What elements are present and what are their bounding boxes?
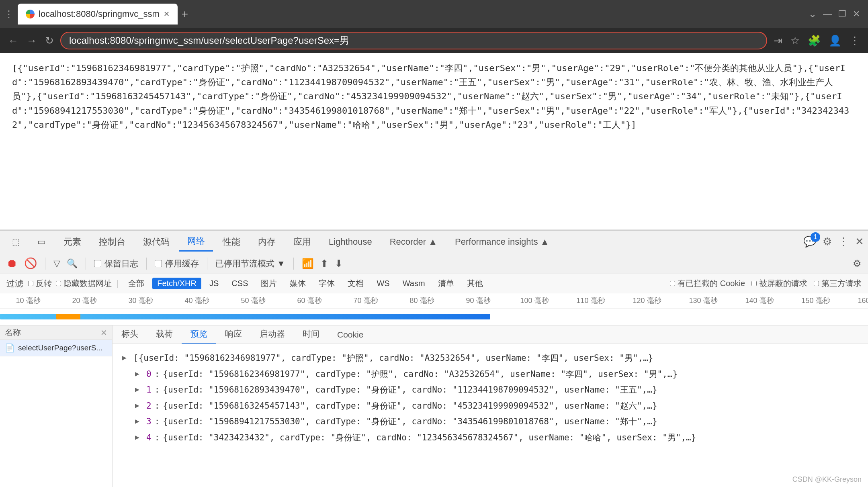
minimize-button[interactable]: — [823, 9, 832, 19]
devtools-settings-icon[interactable]: ⚙ [823, 235, 832, 248]
arrow-1[interactable]: ▶ [135, 384, 143, 395]
blocked-requests-input[interactable] [751, 281, 757, 286]
url-input[interactable] [69, 35, 758, 46]
filter-img[interactable]: 图片 [256, 277, 282, 290]
filter-js[interactable]: JS [205, 278, 223, 289]
reload-button[interactable]: ↻ [45, 35, 54, 47]
arrow-0[interactable]: ▶ [135, 368, 143, 379]
arrow-2[interactable]: ▶ [135, 400, 143, 411]
bookmark-icon[interactable]: ☆ [790, 35, 800, 47]
blocked-requests-checkbox[interactable]: 被屏蔽的请求 [751, 278, 807, 289]
tab-performance[interactable]: 性能 [215, 233, 248, 251]
address-bar[interactable] [60, 32, 767, 49]
invert-input[interactable] [28, 281, 33, 286]
hide-data-urls-checkbox[interactable]: 隐藏数据网址 [56, 278, 112, 289]
extensions-icon[interactable]: 🧩 [808, 35, 821, 47]
preview-root[interactable]: ▶ [{userId: "15968162346981977", cardTyp… [122, 350, 858, 366]
preserve-log-checkbox[interactable]: 保留日志 [94, 258, 138, 269]
third-party-checkbox[interactable]: 第三方请求 [814, 278, 862, 289]
throttle-selector[interactable]: 已停用节流模式 ▼ [215, 258, 285, 269]
time-150ms: 150 毫秒 [788, 296, 844, 306]
filter-divider: | [117, 279, 119, 288]
detail-tab-cookie[interactable]: Cookie [328, 327, 372, 344]
upload-icon[interactable]: ⬆ [320, 258, 328, 269]
disable-cache-checkbox[interactable]: 停用缓存 [155, 258, 199, 269]
arrow-3[interactable]: ▶ [135, 415, 143, 426]
filter-ws[interactable]: WS [372, 278, 394, 289]
index-0: 0 [146, 368, 151, 381]
filter-manifest[interactable]: 清单 [433, 277, 459, 290]
hide-data-urls-input[interactable] [56, 281, 61, 286]
time-20ms: 20 毫秒 [56, 296, 113, 306]
preview-item-4[interactable]: ▶ 4 : {userId: "3423423432", cardType: "… [122, 430, 858, 446]
devtools-right-icons: 💬 1 ⚙ ⋮ ✕ [803, 235, 864, 248]
download-icon[interactable]: ⬇ [335, 258, 343, 269]
detail-tab-timing[interactable]: 时间 [294, 325, 328, 344]
detail-tab-bar: 标头 载荷 预览 响应 启动器 时间 Cookie [113, 325, 868, 344]
preserve-log-input[interactable] [94, 260, 101, 267]
detail-tab-initiator[interactable]: 启动器 [251, 325, 294, 344]
detail-tab-headers[interactable]: 标头 [113, 325, 147, 344]
filter-media[interactable]: 媒体 [285, 277, 311, 290]
tab-performance-insights[interactable]: Performance insights ▲ [447, 233, 557, 250]
preview-item-1[interactable]: ▶ 1 : {userId: "15968162893439470", card… [122, 382, 858, 398]
request-item-0[interactable]: 📄 selectUserPage?userS... [0, 340, 112, 356]
filter-doc[interactable]: 文档 [343, 277, 368, 290]
tab-application[interactable]: 应用 [285, 233, 319, 251]
tab-pointer[interactable]: ▭ [29, 233, 54, 250]
browser-menu-icon[interactable]: ⋮ [850, 35, 860, 47]
disable-cache-input[interactable] [155, 260, 162, 267]
wifi-icon[interactable]: 📶 [302, 258, 314, 269]
tab-elements-label[interactable]: 元素 [55, 233, 89, 251]
preview-item-0[interactable]: ▶ 0 : {userId: "15968162346981977", card… [122, 366, 858, 383]
arrow-4[interactable]: ▶ [135, 432, 143, 442]
third-party-label: 第三方请求 [821, 278, 862, 289]
network-settings-icon[interactable]: ⚙ [853, 258, 862, 269]
index-4: 4 [146, 432, 151, 444]
filter-other[interactable]: 其他 [462, 277, 488, 290]
tab-recorder[interactable]: Recorder ▲ [382, 233, 445, 250]
tab-lighthouse[interactable]: Lighthouse [321, 233, 380, 250]
preview-item-2[interactable]: ▶ 2 : {userId: "15968163245457143", card… [122, 398, 858, 414]
preview-item-3[interactable]: ▶ 3 : {userId: "15968941217553030", card… [122, 414, 858, 430]
invert-checkbox[interactable]: 反转 [28, 278, 52, 289]
devtools-close-icon[interactable]: ✕ [855, 235, 864, 248]
has-blocked-cookie-checkbox[interactable]: 有已拦截的 Cookie [670, 278, 745, 289]
timeline-labels: 10 毫秒 20 毫秒 30 毫秒 40 毫秒 50 毫秒 60 毫秒 70 毫… [0, 293, 868, 309]
filter-button[interactable]: ▽ [53, 258, 60, 269]
back-button[interactable]: ← [8, 35, 18, 47]
tab-close-button[interactable]: ✕ [164, 10, 170, 18]
tab-network[interactable]: 网络 [179, 232, 213, 252]
filter-fetch-xhr[interactable]: Fetch/XHR [152, 278, 201, 289]
root-arrow[interactable]: ▶ [122, 352, 130, 363]
filter-css[interactable]: CSS [227, 278, 253, 289]
detail-tab-response[interactable]: 响应 [216, 325, 251, 344]
separator-5 [293, 258, 294, 270]
tab-source[interactable]: 源代码 [135, 233, 178, 251]
maximize-button[interactable]: ❐ [838, 9, 846, 19]
timeline-bar-area[interactable] [0, 309, 868, 325]
forward-button[interactable]: → [27, 35, 37, 47]
active-tab[interactable]: localhost:8080/springmvc_ssm ✕ [18, 4, 178, 25]
expand-icon[interactable]: ⋮ [0, 8, 18, 20]
profile-icon[interactable]: 👤 [829, 35, 841, 47]
devtools-dropdown-icon[interactable]: ⌄ [809, 8, 817, 20]
new-tab-button[interactable]: + [178, 6, 192, 22]
detail-tab-payload[interactable]: 载荷 [147, 325, 182, 344]
filter-wasm[interactable]: Wasm [398, 278, 430, 289]
has-blocked-cookie-input[interactable] [670, 281, 675, 286]
tab-console[interactable]: 控制台 [91, 233, 133, 251]
preserve-log-label: 保留日志 [104, 258, 138, 269]
search-button[interactable]: 🔍 [67, 258, 78, 269]
third-party-input[interactable] [814, 281, 819, 286]
filter-font[interactable]: 字体 [314, 277, 340, 290]
close-button[interactable]: ✕ [853, 9, 860, 19]
clear-button[interactable]: 🚫 [24, 257, 37, 270]
detail-tab-preview[interactable]: 预览 [182, 325, 216, 344]
tab-elements[interactable]: ⬚ [4, 233, 28, 250]
devtools-more-icon[interactable]: ⋮ [838, 235, 849, 248]
filter-all[interactable]: 全部 [123, 277, 149, 290]
cast-icon[interactable]: ⇥ [774, 35, 782, 47]
tab-memory[interactable]: 内存 [250, 233, 284, 251]
record-button[interactable]: ⏺ [6, 257, 18, 270]
